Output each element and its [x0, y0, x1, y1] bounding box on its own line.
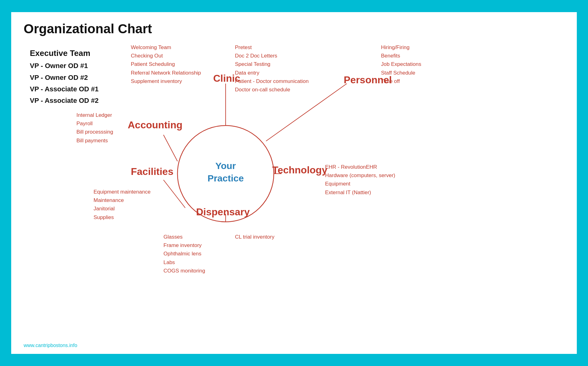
- personnel-sub: Hiring/Firing Benefits Job Expectations …: [381, 43, 421, 85]
- accounting-item-4: Bill payments: [76, 136, 113, 145]
- dispensary-item-3: Ophthalmic lens: [163, 249, 205, 258]
- facilities-item-3: Janitorial: [94, 204, 150, 213]
- tech-item-2: Hardware (computers, server): [325, 171, 395, 180]
- personnel-item-4: Staff Schedule: [381, 69, 421, 77]
- clinic-item-4: Referral Network Relationship: [131, 69, 201, 77]
- clinic-item-doc2doc: Doc 2 Doc Letters: [235, 52, 309, 60]
- accounting-item-1: Internal Ledger: [76, 111, 113, 119]
- tech-item-4: External IT (Nattier): [325, 188, 395, 197]
- slide: Organizational Chart Executive Team VP -…: [11, 12, 577, 354]
- facilities-item-4: Supplies: [94, 213, 150, 222]
- technology-sub: EHR - RevolutionEHR Hardware (computers,…: [325, 163, 395, 197]
- dispensary-item-4: Labs: [163, 258, 205, 267]
- clinic-item-data: Data entry: [235, 69, 309, 77]
- clinic-item-special: Special Testing: [235, 60, 309, 68]
- personnel-item-5: Time off: [381, 77, 421, 85]
- tech-item-3: Equipment: [325, 180, 395, 188]
- dept-facilities-label: Facilities: [131, 166, 173, 177]
- clinic-sub-right: Pretest Doc 2 Doc Letters Special Testin…: [235, 43, 309, 94]
- personnel-item-3: Job Expectations: [381, 60, 421, 68]
- clinic-item-5: Supplement inventory: [131, 77, 201, 85]
- clinic-item-1: Welcoming Team: [131, 43, 201, 52]
- dept-technology-label: Technology: [272, 164, 327, 176]
- dispensary-item-1: Glasses: [163, 233, 205, 241]
- dispensary-item-5: COGS monitoring: [163, 267, 205, 275]
- accounting-sub: Internal Ledger Payroll Bill processsing…: [76, 111, 113, 145]
- facilities-sub: Equipment maintenance Maintenance Janito…: [94, 188, 150, 222]
- accounting-item-3: Bill processsing: [76, 128, 113, 136]
- facilities-item-2: Maintenance: [94, 196, 150, 204]
- dispensary-sub-left: Glasses Frame inventory Ophthalmic lens …: [163, 233, 205, 275]
- clinic-item-3: Patient Scheduling: [131, 60, 201, 68]
- clinic-item-patient-doc: Patient - Doctor communication: [235, 77, 309, 85]
- facilities-item-1: Equipment maintenance: [94, 188, 150, 196]
- tech-item-1: EHR - RevolutionEHR: [325, 163, 395, 171]
- clinic-item-pretest: Pretest: [235, 43, 309, 52]
- accounting-item-2: Payroll: [76, 119, 113, 128]
- svg-line-3: [163, 135, 177, 161]
- dept-dispensary-label: Dispensary: [196, 206, 250, 218]
- footer-url: www.cantripbostons.info: [24, 343, 77, 348]
- clinic-sub-left: Welcoming Team Checking Out Patient Sche…: [131, 43, 201, 85]
- clinic-item-oncall: Doctor on-call schedule: [235, 85, 309, 94]
- dispensary-item-2: Frame inventory: [163, 241, 205, 249]
- dispensary-sub-right: CL trial inventory: [235, 233, 274, 241]
- dispensary-item-cl: CL trial inventory: [235, 233, 274, 241]
- personnel-item-1: Hiring/Firing: [381, 43, 421, 52]
- clinic-item-2: Checking Out: [131, 52, 201, 60]
- svg-text:Practice: Practice: [208, 173, 244, 183]
- dept-accounting-label: Accounting: [128, 119, 182, 131]
- personnel-item-2: Benefits: [381, 52, 421, 60]
- svg-text:Your: Your: [215, 161, 236, 171]
